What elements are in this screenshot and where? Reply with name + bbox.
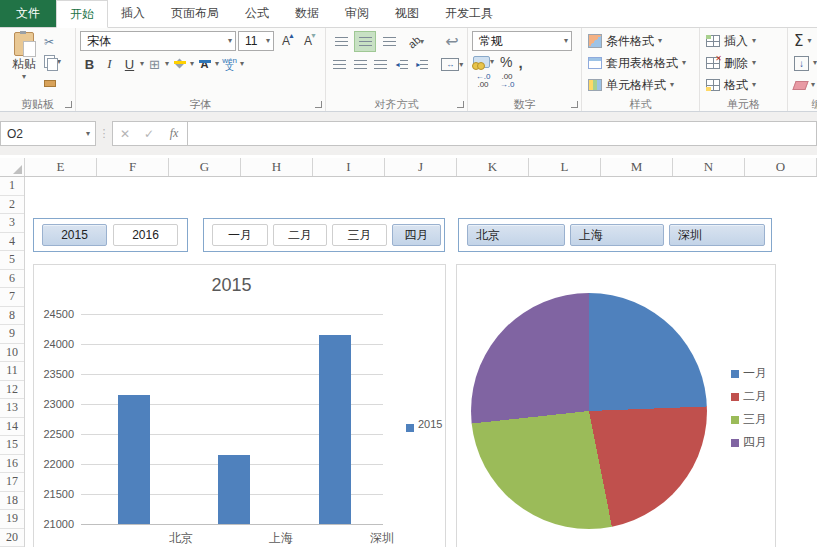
decrease-decimal-button[interactable]: .00→.0: [496, 73, 518, 89]
column-header-L[interactable]: L: [529, 158, 601, 176]
conditional-formatting-button[interactable]: 条件格式▾: [586, 30, 697, 52]
row-header-3[interactable]: 3: [0, 214, 24, 233]
clear-button[interactable]: ▾: [792, 74, 817, 96]
delete-cells-button[interactable]: ✕ 删除▾: [704, 52, 785, 74]
number-format-combo[interactable]: 常规▾: [472, 31, 572, 51]
row-header-6[interactable]: 6: [0, 270, 24, 289]
middle-align-button[interactable]: [354, 31, 376, 52]
insert-function-icon[interactable]: fx: [161, 126, 187, 141]
row-header-7[interactable]: 7: [0, 288, 24, 307]
decrease-indent-button[interactable]: ◂: [392, 54, 411, 75]
format-cells-button[interactable]: 格式▾: [704, 74, 785, 96]
alignment-dialog-launcher-icon[interactable]: [457, 101, 464, 108]
column-header-K[interactable]: K: [457, 158, 529, 176]
wrap-text-button[interactable]: ↩: [440, 31, 464, 52]
align-right-button[interactable]: [371, 54, 390, 75]
format-as-table-button[interactable]: 套用表格格式▾: [586, 52, 697, 74]
row-header-5[interactable]: 5: [0, 251, 24, 270]
format-painter-button[interactable]: [44, 73, 70, 90]
font-dialog-launcher-icon[interactable]: [315, 101, 322, 108]
tab-视图[interactable]: 视图: [382, 0, 432, 27]
row-header-11[interactable]: 11: [0, 362, 24, 381]
slicer-item-深圳[interactable]: 深圳: [669, 224, 765, 246]
row-header-2[interactable]: 2: [0, 196, 24, 215]
slicer-item-一月[interactable]: 一月: [212, 224, 268, 246]
column-header-H[interactable]: H: [241, 158, 313, 176]
autosum-button[interactable]: Σ▾: [792, 30, 817, 52]
column-header-M[interactable]: M: [601, 158, 673, 176]
slicer-item-2015[interactable]: 2015: [42, 224, 107, 246]
slicer-item-三月[interactable]: 三月: [332, 224, 387, 246]
borders-button[interactable]: ⊞: [145, 53, 164, 75]
tab-开始[interactable]: 开始: [56, 0, 108, 28]
slicer-item-上海[interactable]: 上海: [570, 224, 664, 246]
tab-开发工具[interactable]: 开发工具: [432, 0, 506, 27]
increase-indent-button[interactable]: ▸: [413, 54, 432, 75]
row-header-16[interactable]: 16: [0, 455, 24, 474]
insert-cells-button[interactable]: 插入▾: [704, 30, 785, 52]
slicer-item-四月[interactable]: 四月: [392, 224, 441, 246]
row-header-1[interactable]: 1: [0, 177, 24, 196]
cell-styles-button[interactable]: 单元格样式▾: [586, 74, 697, 96]
cut-button[interactable]: ✂: [44, 33, 70, 50]
column-header-G[interactable]: G: [169, 158, 241, 176]
clipboard-dialog-launcher-icon[interactable]: [65, 101, 72, 108]
formula-bar-resizer[interactable]: ⋮: [96, 127, 112, 140]
tab-数据[interactable]: 数据: [282, 0, 332, 27]
paste-button[interactable]: 粘贴 ▾: [4, 30, 44, 97]
number-dialog-launcher-icon[interactable]: [571, 101, 578, 108]
column-header-F[interactable]: F: [97, 158, 169, 176]
column-header-E[interactable]: E: [25, 158, 97, 176]
phonetic-guide-button[interactable]: wén文: [220, 53, 239, 75]
column-header-J[interactable]: J: [385, 158, 457, 176]
row-header-19[interactable]: 19: [0, 510, 24, 529]
tab-文件[interactable]: 文件: [0, 0, 56, 27]
percent-style-button[interactable]: %: [499, 53, 513, 71]
tab-插入[interactable]: 插入: [108, 0, 158, 27]
tab-审阅[interactable]: 审阅: [332, 0, 382, 27]
italic-button[interactable]: I: [100, 53, 119, 75]
shrink-font-button[interactable]: A▼: [298, 31, 318, 51]
row-header-4[interactable]: 4: [0, 233, 24, 252]
copy-button[interactable]: ▾: [44, 53, 70, 70]
row-header-17[interactable]: 17: [0, 473, 24, 492]
top-align-button[interactable]: [330, 31, 352, 52]
comma-style-button[interactable]: ,: [517, 53, 523, 72]
column-header-O[interactable]: O: [745, 158, 817, 176]
bar-chart[interactable]: 2015245002400023500230002250022000215002…: [33, 264, 446, 547]
fill-color-button[interactable]: [170, 53, 189, 75]
underline-button[interactable]: U: [120, 53, 139, 75]
grow-font-button[interactable]: A▲: [276, 31, 296, 51]
tab-页面布局[interactable]: 页面布局: [158, 0, 232, 27]
row-header-13[interactable]: 13: [0, 399, 24, 418]
cancel-icon[interactable]: ✕: [113, 127, 137, 141]
font-name-combo[interactable]: 宋体▾: [80, 31, 236, 51]
accounting-format-button[interactable]: ▾: [472, 55, 495, 69]
row-header-14[interactable]: 14: [0, 418, 24, 437]
name-box[interactable]: O2 ▾: [0, 121, 96, 146]
increase-decimal-button[interactable]: ←.0.00: [472, 73, 494, 89]
orientation-button[interactable]: ab▾: [402, 31, 430, 52]
font-size-combo[interactable]: 11▾: [238, 31, 274, 51]
row-header-9[interactable]: 9: [0, 325, 24, 344]
align-center-button[interactable]: [351, 54, 370, 75]
align-left-button[interactable]: [330, 54, 349, 75]
enter-icon[interactable]: ✓: [137, 127, 161, 141]
pie-chart[interactable]: 一月二月三月四月: [456, 264, 776, 547]
row-header-15[interactable]: 15: [0, 436, 24, 455]
font-color-button[interactable]: A: [195, 53, 214, 75]
bottom-align-button[interactable]: [378, 31, 400, 52]
formula-input[interactable]: [188, 121, 817, 146]
fill-button[interactable]: ↓▾: [792, 52, 817, 74]
row-header-18[interactable]: 18: [0, 492, 24, 511]
row-header-10[interactable]: 10: [0, 344, 24, 363]
bold-button[interactable]: B: [80, 53, 99, 75]
column-header-N[interactable]: N: [673, 158, 745, 176]
row-header-20[interactable]: 20: [0, 529, 24, 547]
slicer-item-二月[interactable]: 二月: [273, 224, 327, 246]
tab-公式[interactable]: 公式: [232, 0, 282, 27]
column-header-I[interactable]: I: [313, 158, 385, 176]
select-all-corner[interactable]: [0, 158, 25, 176]
row-header-12[interactable]: 12: [0, 381, 24, 400]
merge-center-button[interactable]: ↔▾: [440, 54, 465, 75]
